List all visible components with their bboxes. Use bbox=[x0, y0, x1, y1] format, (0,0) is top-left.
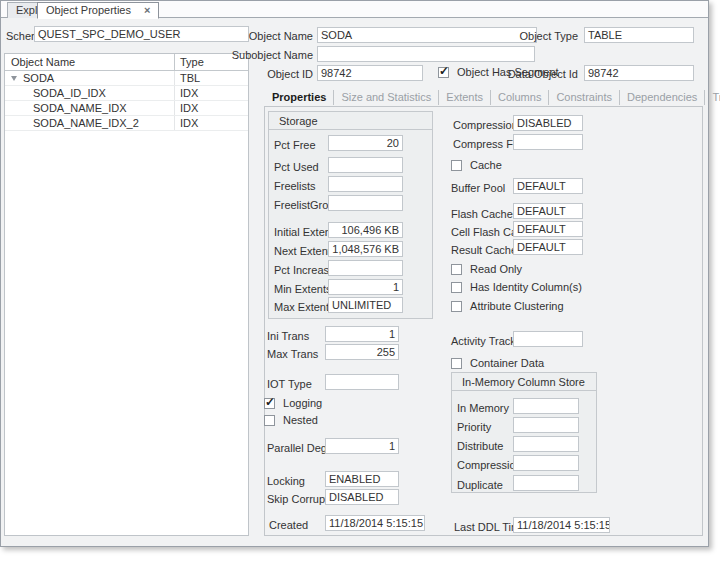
property-tab-strip: PropertiesSize and StatisticsExtentsColu… bbox=[265, 90, 720, 105]
ini-trans-field[interactable]: 1 bbox=[325, 326, 399, 342]
checkbox-icon bbox=[451, 358, 462, 369]
result-cache-field[interactable]: DEFAULT bbox=[513, 239, 583, 255]
tab-size-and-statistics[interactable]: Size and Statistics bbox=[334, 90, 439, 105]
min-extents-field[interactable]: 1 bbox=[328, 279, 403, 295]
skip-corrupt-label: Skip Corrupt bbox=[267, 492, 328, 506]
data-object-id-field[interactable]: 98742 bbox=[584, 65, 694, 81]
flash-cache-field[interactable]: DEFAULT bbox=[513, 203, 583, 219]
tab-object-properties[interactable]: Object Properties × bbox=[37, 2, 159, 19]
max-extents-label: Max Extents bbox=[274, 300, 335, 314]
expand-collapse-icon[interactable] bbox=[11, 76, 17, 81]
buffer-pool-field[interactable]: DEFAULT bbox=[513, 178, 583, 194]
checkbox-icon bbox=[264, 415, 275, 426]
pct-increase-field[interactable] bbox=[328, 260, 403, 276]
min-extents-label: Min Extents bbox=[274, 282, 331, 296]
read-only-checkbox[interactable]: Read Only bbox=[451, 263, 522, 276]
cache-label: Cache bbox=[470, 159, 502, 171]
max-trans-field[interactable]: 255 bbox=[325, 344, 399, 360]
subobject-name-field[interactable] bbox=[317, 46, 535, 62]
iot-type-label: IOT Type bbox=[267, 377, 312, 391]
has-identity-columns-label: Has Identity Column(s) bbox=[470, 281, 582, 293]
close-icon[interactable]: × bbox=[144, 3, 150, 18]
priority-label: Priority bbox=[457, 420, 491, 434]
buffer-pool-label: Buffer Pool bbox=[451, 181, 505, 195]
max-extents-field[interactable]: UNLIMITED bbox=[328, 297, 403, 313]
cell-flash-cache-field[interactable]: DEFAULT bbox=[513, 221, 583, 237]
tab-properties[interactable]: Properties bbox=[265, 90, 334, 105]
tab-dependencies[interactable]: Dependencies bbox=[620, 90, 705, 105]
created-label: Created bbox=[269, 518, 308, 532]
locking-field[interactable]: ENABLED bbox=[325, 471, 399, 487]
tree-row-name: SODA_NAME_IDX bbox=[33, 101, 127, 115]
tree-row-name: SODA_NAME_IDX_2 bbox=[33, 116, 139, 130]
nested-checkbox[interactable]: Nested bbox=[264, 414, 318, 427]
initial-extent-field[interactable]: 106,496 KB bbox=[328, 222, 403, 238]
distribute-label: Distribute bbox=[457, 439, 503, 453]
last-ddl-time-field[interactable]: 11/18/2014 5:15:15 PM bbox=[513, 517, 610, 533]
checkbox-icon bbox=[451, 282, 462, 293]
data-object-id-label: Data Object Id bbox=[494, 67, 578, 81]
skip-corrupt-field[interactable]: DISABLED bbox=[325, 489, 399, 505]
created-field[interactable]: 11/18/2014 5:15:15 PM bbox=[325, 515, 425, 531]
tree-row-type: IDX bbox=[174, 101, 248, 115]
in-memory-field[interactable] bbox=[513, 398, 579, 414]
parallel-degree-field[interactable]: 1 bbox=[325, 438, 399, 454]
checkbox-icon bbox=[451, 264, 462, 275]
tree-row-name: SODA_ID_IDX bbox=[33, 86, 106, 100]
duplicate-label: Duplicate bbox=[457, 478, 503, 492]
in-memory-label: In Memory bbox=[457, 401, 509, 415]
object-type-field[interactable]: TABLE bbox=[584, 27, 694, 43]
checkbox-icon bbox=[451, 301, 462, 312]
iot-type-field[interactable] bbox=[325, 374, 399, 390]
next-extent-field[interactable]: 1,048,576 KB bbox=[328, 241, 403, 257]
compression-label: Compression bbox=[453, 118, 518, 132]
object-tree: Object Name Type SODA TBL SODA_ID_IDX ID… bbox=[4, 53, 249, 536]
pct-increase-label: Pct Increase bbox=[274, 263, 335, 277]
in-memory-column-store-title: In-Memory Column Store bbox=[452, 373, 596, 391]
logging-checkbox[interactable]: Logging bbox=[264, 397, 322, 410]
tree-row[interactable]: SODA_NAME_IDX IDX bbox=[5, 101, 248, 116]
object-properties-window: Explorer Object Properties × Schema QUES… bbox=[0, 0, 709, 547]
priority-field[interactable] bbox=[513, 417, 579, 433]
object-id-field[interactable]: 98742 bbox=[317, 65, 423, 81]
object-name-label: Object Name bbox=[229, 29, 313, 43]
cache-checkbox[interactable]: Cache bbox=[451, 159, 502, 172]
tree-row[interactable]: SODA TBL bbox=[5, 71, 248, 86]
tree-row[interactable]: SODA_NAME_IDX_2 IDX bbox=[5, 116, 248, 131]
logging-label: Logging bbox=[283, 397, 322, 409]
has-identity-columns-checkbox[interactable]: Has Identity Column(s) bbox=[451, 281, 582, 294]
tab-columns[interactable]: Columns bbox=[491, 90, 549, 105]
locking-label: Locking bbox=[267, 474, 305, 488]
tree-row[interactable]: SODA_ID_IDX IDX bbox=[5, 86, 248, 101]
freelists-field[interactable] bbox=[328, 176, 403, 192]
tab-extents[interactable]: Extents bbox=[439, 90, 491, 105]
object-tree-header: Object Name Type bbox=[5, 54, 248, 71]
schema-field[interactable]: QUEST_SPC_DEMO_USER bbox=[34, 26, 249, 42]
compression-field[interactable]: DISABLED bbox=[513, 115, 583, 131]
im-compression-field[interactable] bbox=[513, 455, 579, 471]
attribute-clustering-checkbox[interactable]: Attribute Clustering bbox=[451, 300, 564, 313]
nested-label: Nested bbox=[283, 414, 318, 426]
distribute-field[interactable] bbox=[513, 436, 579, 452]
compress-for-field[interactable] bbox=[513, 134, 583, 150]
duplicate-field[interactable] bbox=[513, 475, 579, 491]
checkbox-icon bbox=[438, 67, 449, 78]
tree-row-name: SODA bbox=[23, 71, 54, 85]
freelist-groups-field[interactable] bbox=[328, 195, 403, 211]
freelists-label: Freelists bbox=[274, 179, 316, 193]
pct-used-field[interactable] bbox=[328, 157, 403, 173]
tab-constraints[interactable]: Constraints bbox=[549, 90, 620, 105]
pct-used-label: Pct Used bbox=[274, 160, 319, 174]
attribute-clustering-label: Attribute Clustering bbox=[470, 300, 564, 312]
container-data-checkbox[interactable]: Container Data bbox=[451, 357, 544, 370]
ini-trans-label: Ini Trans bbox=[267, 329, 309, 343]
tab-object-properties-label: Object Properties bbox=[46, 4, 131, 16]
container-data-label: Container Data bbox=[470, 357, 544, 369]
tree-column-object-name[interactable]: Object Name bbox=[5, 54, 174, 70]
next-extent-label: Next Extent bbox=[274, 244, 331, 258]
tab-triggers[interactable]: Triggers bbox=[705, 90, 720, 105]
pct-free-label: Pct Free bbox=[274, 138, 316, 152]
result-cache-label: Result Cache bbox=[451, 243, 517, 257]
pct-free-field[interactable]: 20 bbox=[328, 135, 403, 151]
activity-tracking-field[interactable] bbox=[513, 331, 583, 347]
